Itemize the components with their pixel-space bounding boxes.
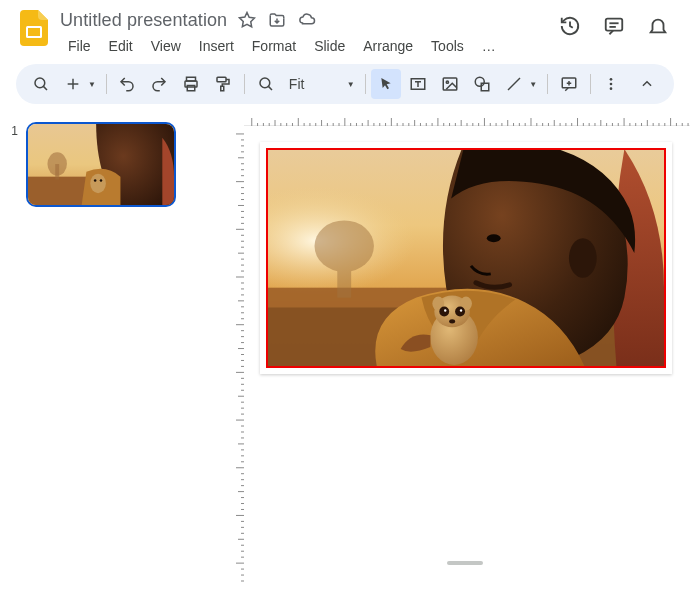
workspace: 1 (0, 110, 690, 583)
ruler-vertical[interactable] (228, 126, 244, 583)
svg-point-28 (610, 83, 613, 86)
slide-canvas[interactable] (260, 142, 672, 374)
more-tools-button[interactable] (596, 69, 626, 99)
filmstrip-slide[interactable]: 1 (6, 122, 222, 207)
undo-button[interactable] (112, 69, 142, 99)
menu-insert[interactable]: Insert (191, 34, 242, 58)
svg-rect-12 (217, 77, 226, 82)
svg-point-29 (610, 87, 613, 90)
svg-point-36 (100, 179, 103, 182)
svg-point-14 (260, 78, 270, 88)
toolbar-wrap: ▼ Fit ▼ (0, 58, 690, 110)
svg-rect-13 (221, 86, 224, 91)
search-menus-button[interactable] (26, 69, 56, 99)
zoom-dropdown-caret[interactable]: ▼ (347, 80, 359, 89)
menu-format[interactable]: Format (244, 34, 304, 58)
menu-tools[interactable]: Tools (423, 34, 472, 58)
paint-format-button[interactable] (208, 69, 238, 99)
svg-point-198 (569, 238, 597, 278)
image-tool-button[interactable] (435, 69, 465, 99)
svg-rect-1 (28, 28, 40, 36)
canvas-area[interactable] (250, 132, 680, 573)
menu-view[interactable]: View (143, 34, 189, 58)
zoom-tool-button[interactable] (251, 69, 281, 99)
svg-point-35 (94, 179, 97, 182)
ruler-horizontal[interactable]: /*noop*/ (244, 110, 690, 126)
title-area: Untitled presentation File Edit View Ins… (60, 8, 558, 58)
redo-button[interactable] (144, 69, 174, 99)
star-icon[interactable] (237, 10, 257, 30)
header: Untitled presentation File Edit View Ins… (0, 0, 690, 58)
svg-point-207 (460, 309, 462, 311)
svg-point-208 (449, 319, 455, 323)
filmstrip: 1 (0, 110, 222, 583)
zoom-label: Fit (289, 76, 305, 92)
svg-rect-22 (481, 83, 489, 91)
slides-logo[interactable] (16, 10, 52, 46)
svg-point-5 (35, 78, 45, 88)
svg-line-6 (43, 86, 47, 90)
move-icon[interactable] (267, 10, 287, 30)
new-slide-dropdown[interactable]: ▼ (88, 80, 100, 89)
svg-point-204 (439, 307, 449, 317)
new-slide-button[interactable] (58, 69, 88, 99)
shape-tool-button[interactable] (467, 69, 497, 99)
svg-point-20 (446, 81, 448, 83)
menu-slide[interactable]: Slide (306, 34, 353, 58)
collapse-toolbar-button[interactable] (630, 69, 664, 99)
svg-rect-19 (443, 78, 457, 90)
cloud-status-icon[interactable] (297, 10, 317, 30)
svg-rect-33 (55, 164, 59, 180)
svg-point-205 (455, 307, 465, 317)
line-tool-button[interactable] (499, 69, 529, 99)
slide-thumbnail[interactable] (26, 122, 176, 207)
svg-rect-197 (337, 248, 351, 298)
toolbar: ▼ Fit ▼ (16, 64, 674, 104)
editor: /*noop*/ (222, 110, 690, 583)
slide-number: 1 (6, 124, 18, 138)
svg-point-199 (487, 234, 501, 242)
line-tool-dropdown[interactable]: ▼ (529, 80, 541, 89)
menubar: File Edit View Insert Format Slide Arran… (60, 34, 558, 58)
svg-point-27 (610, 78, 613, 81)
doc-title[interactable]: Untitled presentation (60, 10, 227, 31)
notification-icon[interactable] (646, 14, 670, 38)
svg-line-15 (268, 86, 272, 90)
menu-file[interactable]: File (60, 34, 99, 58)
menu-overflow[interactable]: … (474, 34, 504, 58)
zoom-select[interactable]: Fit (283, 69, 347, 99)
history-icon[interactable] (558, 14, 582, 38)
svg-line-23 (508, 78, 520, 90)
speaker-notes-handle[interactable] (447, 561, 483, 565)
svg-point-21 (475, 77, 484, 86)
select-tool-button[interactable] (371, 69, 401, 99)
slide-image-object[interactable] (266, 148, 666, 368)
print-button[interactable] (176, 69, 206, 99)
svg-rect-2 (606, 19, 623, 31)
textbox-tool-button[interactable] (403, 69, 433, 99)
svg-point-34 (90, 174, 106, 193)
menu-edit[interactable]: Edit (101, 34, 141, 58)
menu-arrange[interactable]: Arrange (355, 34, 421, 58)
add-comment-button[interactable] (554, 69, 584, 99)
comments-icon[interactable] (602, 14, 626, 38)
svg-point-206 (444, 309, 446, 311)
